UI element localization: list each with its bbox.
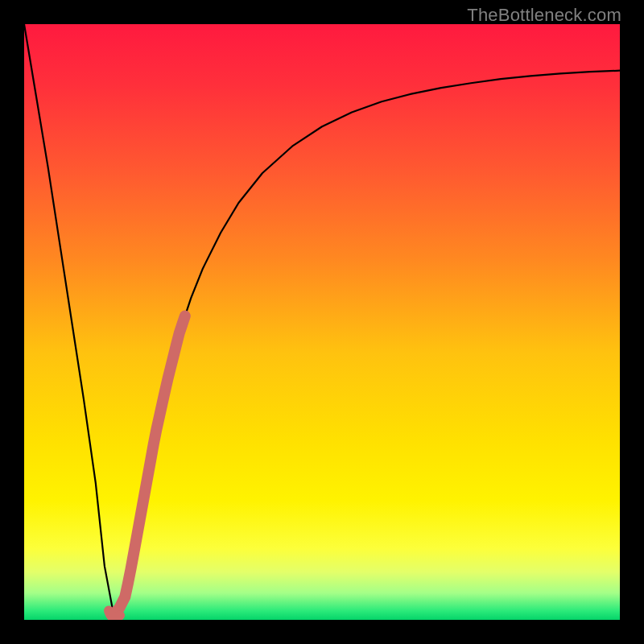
bottleneck-curve	[24, 24, 620, 620]
chart-frame: TheBottleneck.com	[0, 0, 644, 644]
plot-area	[24, 24, 620, 620]
watermark-label: TheBottleneck.com	[467, 5, 621, 26]
highlight-segment	[117, 316, 185, 611]
